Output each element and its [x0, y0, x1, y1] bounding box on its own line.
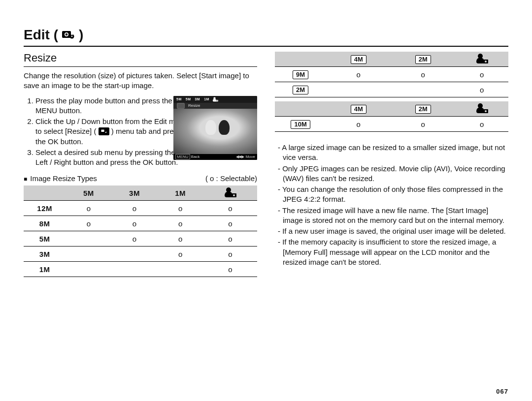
left-column: Resize Change the resolution (size) of p… — [24, 52, 257, 281]
manual-page: Edit ( ) Resize Change the resolution (s… — [0, 0, 532, 401]
note-3: You can change the resolution of only th… — [278, 185, 508, 205]
user-image-icon — [475, 103, 488, 113]
note-5: If a new user image is saved, the origin… — [278, 226, 508, 236]
user-icon — [212, 97, 218, 101]
user-image-icon — [224, 187, 236, 197]
camera-screenshot: 5M 5M 3M 1M Resize MENU Back ◀■▶ Move — [173, 96, 257, 160]
steps-list: Press the play mode button and press the… — [35, 96, 188, 168]
svg-rect-8 — [101, 130, 104, 132]
title-suffix: ) — [79, 27, 83, 43]
section-heading: Resize — [24, 52, 257, 64]
note-2: Only JPEG images can be resized. Movie c… — [278, 164, 508, 184]
svg-point-2 — [66, 33, 68, 36]
resize-icon — [99, 127, 109, 135]
title-rule — [24, 46, 508, 47]
note-4: The resized image will have a new file n… — [278, 206, 508, 226]
resize-table-2: 4M 2M 9Mooo 2Mo — [275, 52, 508, 97]
legend-note: ( o : Selectable) — [205, 174, 257, 183]
legend: Image Resize Types ( o : Selectable) — [24, 174, 257, 183]
notes: A large sized image can be resized to a … — [275, 143, 508, 267]
resize-mini-icon — [177, 103, 184, 108]
note-6: If the memory capacity is insufficient t… — [278, 237, 508, 267]
title-prefix: Edit ( — [24, 27, 58, 43]
legend-label: Image Resize Types — [24, 174, 97, 183]
step-1: Press the play mode button and press the… — [35, 96, 188, 116]
right-column: 4M 2M 9Mooo 2Mo 4M 2M 10Mooo A la — [275, 52, 508, 281]
resize-table-3: 4M 2M 10Mooo — [275, 101, 508, 132]
resize-table-1: 5M 3M 1M 12Moooo 8Moooo 5Mooo 3Moo 1Mo — [24, 185, 257, 277]
user-image-icon — [475, 54, 488, 63]
edit-icon — [62, 29, 75, 39]
svg-rect-6 — [71, 33, 72, 35]
step-3: Select a desired sub menu by pressing th… — [35, 148, 188, 168]
step-2: Click the Up / Down button from the Edit… — [35, 117, 188, 147]
page-number: 067 — [496, 388, 508, 395]
sample-photo — [173, 109, 257, 154]
note-1: A large sized image can be resized to a … — [278, 143, 508, 163]
svg-point-4 — [71, 36, 73, 37]
intro-text: Change the resolution (size) of pictures… — [24, 71, 257, 91]
page-title: Edit ( ) — [24, 27, 508, 43]
